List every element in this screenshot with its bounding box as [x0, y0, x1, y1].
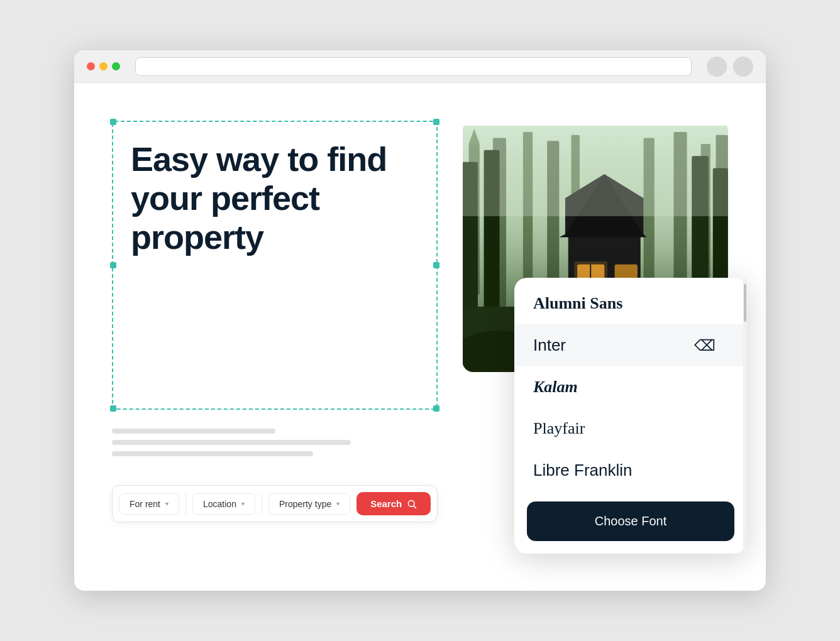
- font-label-libre-franklin: Libre Franklin: [533, 461, 633, 479]
- for-rent-label: For rent: [130, 499, 160, 509]
- search-bar: For rent ▾ Location ▾ Property type ▾ Se: [112, 485, 438, 522]
- address-bar[interactable]: [135, 57, 692, 76]
- dot-yellow[interactable]: [99, 62, 108, 70]
- separator-1: [185, 494, 186, 514]
- cursor-icon: ⌫: [694, 337, 716, 354]
- font-picker-scrollbar[interactable]: [743, 278, 747, 554]
- browser-icon-2[interactable]: [733, 57, 753, 77]
- placeholder-line-3: [112, 451, 313, 456]
- browser-toolbar: [74, 50, 766, 83]
- location-label: Location: [203, 499, 236, 509]
- separator-2: [262, 494, 262, 514]
- font-label-inter: Inter: [533, 336, 566, 354]
- hero-left: Easy way to find your perfect property F…: [112, 121, 438, 522]
- text-selection-box: Easy way to find your perfect property: [112, 121, 438, 410]
- font-label-playfair: Playfair: [533, 419, 585, 437]
- search-icon: [407, 499, 417, 509]
- font-label-alumni-sans: Alumni Sans: [533, 294, 622, 312]
- property-type-label: Property type: [279, 499, 331, 509]
- font-picker-dropdown: Alumni Sans Inter ⌫ Kalam Playfair Libre…: [514, 278, 747, 554]
- font-item-libre-franklin[interactable]: Libre Franklin: [514, 449, 747, 491]
- property-type-chevron: ▾: [336, 500, 340, 507]
- selection-corner-bl: [110, 405, 116, 412]
- location-chevron: ▾: [241, 500, 245, 507]
- browser-window: Easy way to find your perfect property F…: [74, 50, 766, 591]
- for-rent-dropdown[interactable]: For rent ▾: [119, 493, 179, 515]
- browser-action-icons: [707, 57, 753, 77]
- selection-corner-tl: [110, 119, 116, 125]
- selection-corner-br: [433, 405, 439, 412]
- scrollbar-thumb: [744, 284, 746, 322]
- placeholder-line-1: [112, 429, 275, 434]
- choose-font-button[interactable]: Choose Font: [527, 501, 734, 541]
- selection-corner-mr: [433, 262, 439, 268]
- dot-green[interactable]: [112, 62, 120, 70]
- placeholder-lines: [112, 429, 438, 463]
- svg-rect-31: [463, 126, 728, 216]
- font-item-kalam[interactable]: Kalam: [514, 366, 747, 408]
- selection-corner-tr: [433, 119, 439, 125]
- font-item-alumni-sans[interactable]: Alumni Sans: [514, 283, 747, 324]
- browser-icon-1[interactable]: [707, 57, 727, 77]
- property-type-dropdown[interactable]: Property type ▾: [268, 493, 350, 515]
- search-button[interactable]: Search: [356, 492, 431, 515]
- placeholder-line-2: [112, 440, 351, 445]
- hero-heading: Easy way to find your perfect property: [131, 140, 419, 256]
- dot-red[interactable]: [87, 62, 95, 70]
- font-item-playfair[interactable]: Playfair: [514, 408, 747, 449]
- location-dropdown[interactable]: Location ▾: [192, 493, 255, 515]
- selection-corner-ml: [110, 262, 116, 268]
- font-item-inter[interactable]: Inter ⌫: [514, 324, 747, 366]
- search-button-label: Search: [370, 498, 402, 509]
- for-rent-chevron: ▾: [165, 500, 169, 507]
- svg-line-1: [414, 505, 416, 508]
- browser-dots: [87, 62, 120, 70]
- font-label-kalam: Kalam: [533, 378, 578, 396]
- page-content: Easy way to find your perfect property F…: [74, 83, 766, 591]
